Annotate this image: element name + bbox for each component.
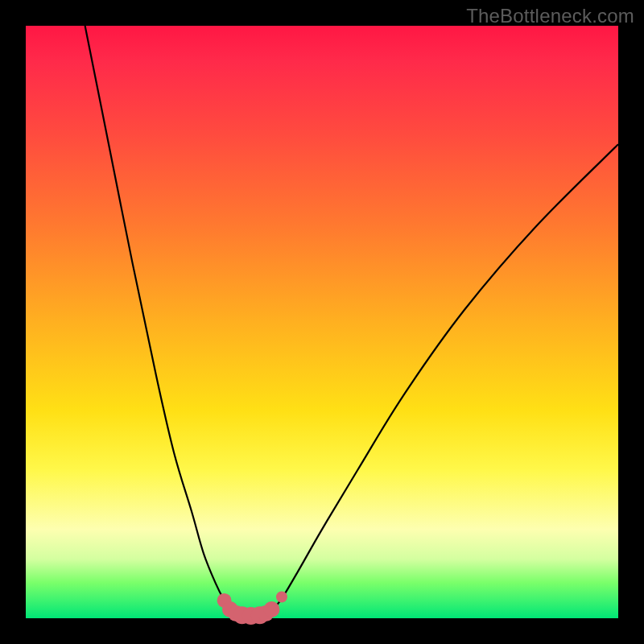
watermark-text: TheBottleneck.com: [466, 5, 634, 27]
outer-frame: TheBottleneck.com: [0, 0, 644, 644]
curve-svg: [26, 26, 618, 618]
plot-area: [26, 26, 618, 618]
series-marker: [276, 592, 287, 603]
curve-left-branch: [85, 26, 230, 609]
curve-right-branch: [271, 144, 618, 609]
marker-group: [217, 592, 287, 625]
series-marker: [263, 601, 279, 617]
